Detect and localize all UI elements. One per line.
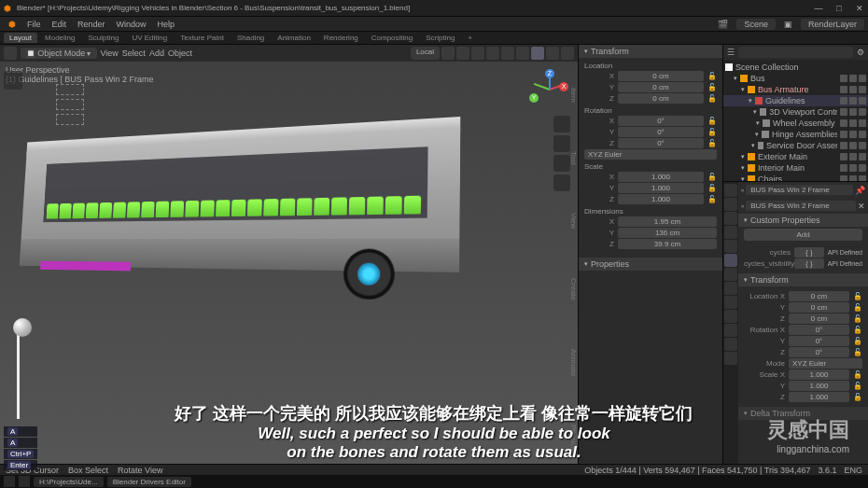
filter-icon[interactable]: ⚙: [857, 48, 864, 57]
render-icon[interactable]: [859, 131, 866, 138]
vis-icon[interactable]: [840, 75, 847, 82]
sel-icon[interactable]: [849, 119, 857, 127]
ptab-render-icon[interactable]: [724, 184, 737, 197]
rot-z[interactable]: 0°: [618, 138, 704, 148]
tree-item[interactable]: ▾Bus: [723, 73, 868, 84]
tab-uvediting[interactable]: UV Editing: [126, 33, 173, 43]
scale-z[interactable]: 1.000: [618, 194, 704, 204]
sel-icon[interactable]: [849, 131, 857, 138]
vis-icon[interactable]: [840, 131, 847, 138]
scale-x[interactable]: 1.000: [618, 172, 704, 182]
shading-solid-icon[interactable]: [531, 47, 544, 60]
dim-z[interactable]: 39.9 cm: [618, 239, 717, 249]
vis-icon[interactable]: [840, 119, 847, 127]
ptab-material-icon[interactable]: [724, 338, 737, 351]
transform2-header[interactable]: Transform: [738, 273, 868, 286]
vp-menu-add[interactable]: Add: [149, 49, 164, 58]
datablock-icon[interactable]: ▫: [741, 186, 744, 195]
tab-scripting[interactable]: Scripting: [420, 33, 460, 43]
lock-icon[interactable]: 🔓: [707, 139, 717, 147]
lock-icon[interactable]: 🔓: [707, 72, 717, 80]
proportional-icon[interactable]: [456, 47, 469, 60]
vis-icon[interactable]: [840, 153, 847, 160]
tab-add[interactable]: +: [462, 33, 478, 43]
menu-render[interactable]: Render: [73, 19, 110, 30]
vtab-item[interactable]: Item: [565, 84, 578, 106]
tree-item[interactable]: ▾Hinge Assemblies: [723, 129, 868, 140]
outliner-search[interactable]: [738, 47, 853, 58]
tab-animation[interactable]: Animation: [272, 33, 316, 43]
tab-layout[interactable]: Layout: [4, 33, 37, 43]
tree-item[interactable]: ▾3D Viewport Control: [723, 106, 868, 118]
ptab-constraint-icon[interactable]: [724, 310, 737, 323]
ptab-object-icon[interactable]: [724, 254, 737, 267]
sel-icon[interactable]: [849, 97, 857, 105]
loc-x[interactable]: 0 cm: [618, 71, 704, 81]
tree-collection[interactable]: Scene Collection: [723, 62, 868, 73]
layer-icon[interactable]: ▣: [779, 19, 797, 30]
lock-icon[interactable]: 🔓: [853, 348, 862, 356]
cprop-val[interactable]: { }: [794, 258, 824, 269]
sel-icon[interactable]: [849, 164, 857, 172]
axis-y-icon[interactable]: Y: [529, 93, 539, 103]
tree-item[interactable]: ▾Exterior Main: [723, 151, 868, 162]
mode-select[interactable]: 🔲 Object Mode ▾: [21, 48, 97, 59]
render-icon[interactable]: [859, 164, 866, 172]
lock-icon[interactable]: 🔓: [853, 393, 862, 401]
outliner-type-icon[interactable]: ☰: [727, 48, 735, 57]
tab-compositing[interactable]: Compositing: [366, 33, 418, 43]
cprop-val[interactable]: { }: [794, 247, 824, 258]
sel-icon[interactable]: [849, 142, 857, 149]
vp-menu-object[interactable]: Object: [168, 49, 192, 58]
shading-rendered-icon[interactable]: [561, 47, 574, 60]
lock-icon[interactable]: 🔓: [853, 337, 862, 345]
loc-y[interactable]: 0 cm: [618, 82, 704, 92]
render-icon[interactable]: [859, 97, 866, 105]
tool-select-icon[interactable]: [4, 71, 22, 90]
sel-icon[interactable]: [849, 153, 857, 160]
tree-item[interactable]: ▾Guidelines: [723, 95, 868, 106]
render-icon[interactable]: [859, 86, 866, 93]
lock-icon[interactable]: 🔓: [707, 184, 717, 192]
t2-rot-y[interactable]: 0°: [789, 336, 849, 346]
datablock-a[interactable]: BUS Pass Win 2 Frame: [746, 185, 853, 195]
tab-shading[interactable]: Shading: [231, 33, 270, 43]
close-button[interactable]: ✕: [855, 4, 864, 13]
render-icon[interactable]: [859, 75, 866, 82]
shading-matpreview-icon[interactable]: [546, 47, 559, 60]
t2-scale-y[interactable]: 1.000: [789, 381, 849, 391]
tab-rendering[interactable]: Rendering: [318, 33, 364, 43]
lock-icon[interactable]: 🔓: [707, 94, 717, 103]
tab-texturepaint[interactable]: Texture Paint: [175, 33, 230, 43]
vis-icon[interactable]: [840, 142, 847, 149]
ptab-modifier-icon[interactable]: [724, 268, 737, 281]
taskbar-item[interactable]: H:\Projects\Ude...: [34, 477, 104, 487]
renderlayer-select[interactable]: RenderLayer: [801, 19, 864, 30]
scene-icon[interactable]: 🎬: [713, 19, 733, 30]
transform-header[interactable]: Transform: [579, 45, 722, 58]
shading-wire-icon[interactable]: [516, 47, 529, 60]
rotmode-select[interactable]: XYZ Euler: [584, 149, 717, 160]
start-button[interactable]: [4, 476, 15, 487]
datablock-b[interactable]: BUS Pass Win 2 Frame: [746, 201, 856, 211]
vis-icon[interactable]: [840, 97, 847, 105]
dim-x[interactable]: 1.95 cm: [618, 216, 717, 227]
tab-modeling[interactable]: Modeling: [39, 33, 80, 43]
vtab-create[interactable]: Create: [565, 274, 578, 304]
add-button[interactable]: Add: [744, 229, 862, 241]
lock-icon[interactable]: 🔓: [853, 326, 862, 334]
properties-header[interactable]: Properties: [579, 258, 722, 271]
menu-window[interactable]: Window: [112, 19, 151, 30]
lock-icon[interactable]: 🔓: [853, 370, 862, 379]
menu-help[interactable]: Help: [153, 19, 180, 30]
vtab-view[interactable]: View: [565, 209, 578, 232]
render-icon[interactable]: [859, 142, 866, 149]
tree-item[interactable]: ▾Interior Main: [723, 162, 868, 174]
gizmo-toggle-icon[interactable]: [471, 47, 484, 60]
ptab-texture-icon[interactable]: [724, 352, 737, 365]
t2-mode[interactable]: XYZ Euler: [789, 358, 862, 369]
vp-menu-select[interactable]: Select: [122, 49, 146, 58]
lock-icon[interactable]: 🔓: [853, 314, 862, 323]
lock-icon[interactable]: 🔓: [707, 128, 717, 136]
vis-icon[interactable]: [840, 86, 847, 93]
